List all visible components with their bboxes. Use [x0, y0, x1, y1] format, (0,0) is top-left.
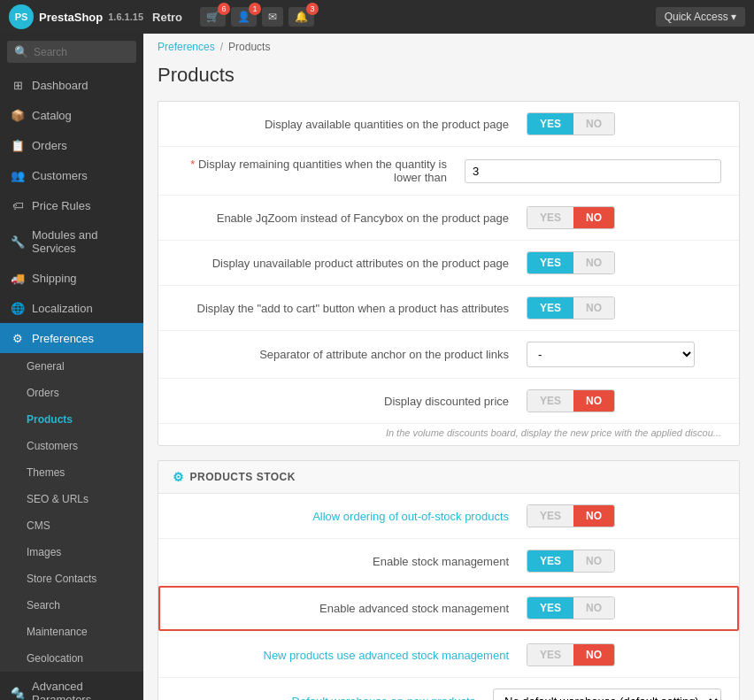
submenu-item-products[interactable]: Products: [0, 406, 143, 433]
search-input[interactable]: [34, 46, 129, 58]
separator-label: Separator of attribute anchor on the pro…: [176, 348, 527, 361]
submenu-item-seo[interactable]: SEO & URLs: [0, 486, 143, 512]
sidebar-item-label: Preferences: [32, 332, 94, 345]
discounted-price-hint: In the volume discounts board, display t…: [158, 424, 739, 445]
stock-management-control: YES NO: [527, 550, 721, 573]
breadcrumb-parent[interactable]: Preferences: [158, 41, 215, 53]
submenu-item-images[interactable]: Images: [0, 539, 143, 565]
sidebar-item-localization[interactable]: 🌐 Localization: [0, 293, 143, 323]
add-to-cart-yes[interactable]: YES: [527, 297, 573, 319]
unavailable-attrs-control: YES NO: [527, 251, 721, 274]
jqzoom-no[interactable]: NO: [573, 207, 614, 228]
unavailable-attrs-label: Display unavailable product attributes o…: [176, 257, 527, 270]
stock-management-toggle[interactable]: YES NO: [527, 550, 615, 573]
add-to-cart-toggle[interactable]: YES NO: [527, 296, 615, 319]
sidebar-item-label: Modules and Services: [32, 228, 133, 255]
layout: 🔍 ⊞ Dashboard 📦 Catalog 📋 Orders 👥 Custo…: [0, 34, 754, 700]
advanced-stock-control: YES NO: [527, 596, 721, 619]
display-quantities-no[interactable]: NO: [573, 113, 614, 135]
jqzoom-yes[interactable]: YES: [527, 207, 573, 228]
orders-icon: 📋: [11, 138, 25, 152]
out-of-stock-toggle[interactable]: YES NO: [527, 504, 615, 527]
display-quantities-control: YES NO: [527, 112, 721, 135]
default-warehouse-row: Default warehouse on new products No def…: [158, 678, 739, 700]
unavailable-attrs-row: Display unavailable product attributes o…: [158, 241, 739, 286]
separator-row: Separator of attribute anchor on the pro…: [158, 331, 739, 379]
advanced-stock-label: Enable advanced stock management: [176, 602, 527, 615]
sidebar-item-orders[interactable]: 📋 Orders: [0, 130, 143, 160]
sidebar-item-modules[interactable]: 🔧 Modules and Services: [0, 220, 143, 263]
display-quantities-toggle[interactable]: YES NO: [527, 112, 615, 135]
sidebar-item-price-rules[interactable]: 🏷 Price Rules: [0, 190, 143, 220]
brand-name: PrestaShop: [39, 11, 103, 24]
new-products-advanced-toggle[interactable]: YES NO: [527, 643, 615, 666]
separator-select[interactable]: - _ +: [527, 342, 695, 367]
shipping-icon: 🚚: [11, 271, 25, 285]
default-warehouse-label: Default warehouse on new products: [176, 695, 493, 700]
unavailable-attrs-no[interactable]: NO: [573, 252, 614, 273]
advanced-stock-no[interactable]: NO: [573, 597, 614, 619]
stock-management-label: Enable stock management: [176, 555, 527, 568]
jqzoom-row: Enable JqZoom instead of Fancybox on the…: [158, 196, 739, 241]
bell-icon-btn[interactable]: 🔔 3: [289, 7, 314, 27]
preferences-submenu: General Orders Products Customers Themes…: [0, 353, 143, 672]
sidebar-item-label: Orders: [32, 139, 67, 152]
cart-badge: 6: [218, 3, 230, 15]
mail-icon: ✉: [268, 11, 277, 23]
stock-management-no[interactable]: NO: [573, 550, 614, 572]
add-to-cart-no[interactable]: NO: [573, 297, 614, 319]
submenu-item-cms[interactable]: CMS: [0, 512, 143, 539]
mail-icon-btn[interactable]: ✉: [262, 7, 283, 27]
sidebar-item-shipping[interactable]: 🚚 Shipping: [0, 263, 143, 293]
default-warehouse-control: No default warehouse (default setting): [493, 688, 721, 700]
submenu-item-themes[interactable]: Themes: [0, 459, 143, 486]
submenu-item-search[interactable]: Search: [0, 592, 143, 619]
modules-icon: 🔧: [11, 235, 25, 249]
display-quantities-yes[interactable]: YES: [527, 113, 573, 135]
breadcrumb: Preferences / Products: [143, 34, 754, 60]
remaining-quantities-input[interactable]: [465, 159, 721, 183]
main-content: Preferences / Products Products Display …: [143, 34, 754, 700]
stock-management-yes[interactable]: YES: [527, 550, 573, 572]
sidebar-item-preferences[interactable]: ⚙ Preferences: [0, 323, 143, 353]
sidebar-item-label: Price Rules: [32, 199, 90, 212]
discounted-price-no[interactable]: NO: [573, 390, 614, 412]
out-of-stock-control: YES NO: [527, 504, 721, 527]
preferences-icon: ⚙: [11, 331, 25, 345]
unavailable-attrs-toggle[interactable]: YES NO: [527, 251, 615, 274]
cart-icon-btn[interactable]: 🛒 6: [200, 7, 226, 27]
version-label: 1.6.1.15: [108, 12, 143, 22]
out-of-stock-no[interactable]: NO: [573, 505, 614, 527]
new-products-advanced-row: New products use advanced stock manageme…: [158, 633, 739, 678]
discounted-price-toggle[interactable]: YES NO: [527, 389, 615, 412]
add-to-cart-label: Display the "add to cart" button when a …: [176, 302, 527, 315]
discounted-price-yes[interactable]: YES: [527, 390, 573, 412]
sidebar-item-catalog[interactable]: 📦 Catalog: [0, 100, 143, 130]
products-stock-card: ⚙ PRODUCTS STOCK Allow ordering of out-o…: [158, 460, 740, 700]
jqzoom-toggle[interactable]: YES NO: [527, 206, 615, 229]
new-products-advanced-yes[interactable]: YES: [527, 644, 573, 665]
unavailable-attrs-yes[interactable]: YES: [527, 252, 573, 273]
sidebar-item-customers[interactable]: 👥 Customers: [0, 160, 143, 190]
submenu-item-customers[interactable]: Customers: [0, 433, 143, 459]
default-warehouse-select[interactable]: No default warehouse (default setting): [493, 688, 721, 700]
quick-access-btn[interactable]: Quick Access ▾: [656, 7, 745, 27]
bell-badge: 3: [306, 3, 319, 15]
user-icon-btn[interactable]: 👤 1: [231, 7, 257, 27]
out-of-stock-yes[interactable]: YES: [527, 505, 573, 527]
submenu-item-maintenance[interactable]: Maintenance: [0, 619, 143, 645]
submenu-item-store-contacts[interactable]: Store Contacts: [0, 565, 143, 592]
sidebar-item-advanced-parameters[interactable]: 🔩 Advanced Parameters: [0, 672, 143, 700]
search-icon: 🔍: [14, 45, 28, 58]
submenu-item-general[interactable]: General: [0, 353, 143, 380]
search-box[interactable]: 🔍: [7, 41, 136, 63]
submenu-item-orders[interactable]: Orders: [0, 380, 143, 406]
advanced-stock-yes[interactable]: YES: [527, 597, 573, 619]
new-products-advanced-no[interactable]: NO: [573, 644, 614, 665]
products-settings-card: Display available quantities on the prod…: [158, 101, 740, 446]
advanced-stock-toggle[interactable]: YES NO: [527, 596, 615, 619]
submenu-item-geolocation[interactable]: Geolocation: [0, 645, 143, 672]
catalog-icon: 📦: [11, 108, 25, 122]
sidebar-item-dashboard[interactable]: ⊞ Dashboard: [0, 70, 143, 100]
discounted-price-label: Display discounted price: [176, 395, 527, 408]
